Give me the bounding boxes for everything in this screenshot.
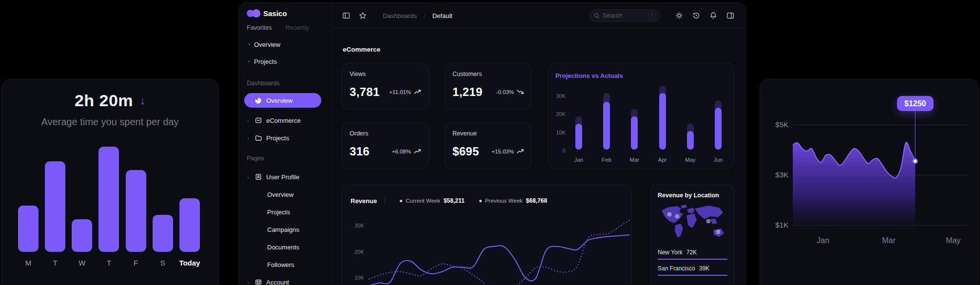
bar[interactable]	[153, 215, 173, 252]
sidebar-item-projects-favorite[interactable]: Projects	[239, 55, 332, 68]
breadcrumb-current[interactable]: Default	[432, 12, 452, 19]
actual-bar[interactable]	[603, 102, 610, 150]
right-panel-toggle-icon[interactable]	[726, 11, 735, 20]
breadcrumb-separator: /	[424, 12, 426, 19]
weekly-bar-column: W	[71, 142, 93, 267]
logo-icon	[247, 9, 259, 18]
sidebar-item-account[interactable]: › Account	[239, 276, 332, 285]
bar-group-mar	[631, 63, 638, 150]
y-tick-label: 30K	[548, 93, 566, 99]
y-tick-label: 10K	[354, 275, 369, 281]
breadcrumb: Dashboards / Default	[383, 12, 452, 19]
sidebar-item-label: Projects	[267, 209, 290, 216]
x-tick-label: Jun	[711, 157, 725, 163]
sidebar-subitem-overview[interactable]: Overview	[239, 188, 332, 201]
bar[interactable]	[98, 147, 119, 252]
actual-bar[interactable]	[631, 116, 638, 150]
weekly-bar-column: M	[17, 142, 39, 267]
actual-bar[interactable]	[687, 131, 694, 150]
x-tick-label: May	[946, 236, 960, 245]
average-time-header: 2h 20m ↓	[1, 91, 218, 110]
stat-value: 316	[350, 145, 370, 158]
previous-week-line	[369, 220, 629, 285]
bar[interactable]	[72, 219, 92, 252]
sidebar-item-projects[interactable]: › Projects	[239, 132, 332, 144]
sidebar-item-label: Documents	[267, 244, 299, 251]
x-tick-label: T	[107, 259, 111, 267]
search-input[interactable]	[603, 12, 646, 19]
pie-chart-icon	[255, 97, 262, 104]
history-icon[interactable]	[692, 11, 701, 20]
stat-card-revenue: Revenue $695 +15.03%	[444, 122, 532, 169]
actual-bar[interactable]	[715, 108, 722, 150]
data-point-marker[interactable]	[913, 159, 918, 163]
sidebar-item-overview-favorite[interactable]: Overview	[239, 38, 332, 51]
bar[interactable]	[126, 170, 146, 252]
sidebar-item-label: Account	[266, 279, 289, 285]
current-week-line	[369, 235, 629, 285]
weekly-bar-column: T	[44, 142, 66, 267]
actual-bar[interactable]	[575, 124, 582, 150]
theme-sun-icon[interactable]	[675, 11, 684, 20]
id-card-icon	[255, 279, 262, 285]
trend-up-icon	[414, 149, 421, 155]
bar[interactable]	[45, 161, 65, 252]
sidebar-subitem-campaigns[interactable]: Campaigns	[239, 223, 332, 236]
bar-group-apr	[659, 63, 666, 150]
bullet-icon	[248, 60, 250, 62]
stat-delta-text: +11.01%	[389, 89, 411, 95]
dashboard-app-window: Sasico Favorites Recently Overview Proje…	[238, 2, 746, 285]
sidebar-item-label: eCommerce	[266, 117, 301, 124]
header-left: Dashboards / Default	[342, 3, 452, 28]
stat-value: 3,781	[350, 85, 380, 99]
sidebar-item-overview-selected[interactable]: Overview	[244, 93, 321, 108]
stat-value: $695	[452, 145, 479, 158]
x-tick-label: S	[160, 259, 165, 267]
location-bar	[658, 275, 727, 276]
logo-text: Sasico	[263, 9, 287, 18]
breadcrumb-dashboards[interactable]: Dashboards	[383, 12, 417, 19]
sidebar-subitem-documents[interactable]: Documents	[239, 241, 332, 253]
stat-delta-text: +15.03%	[491, 149, 514, 154]
location-name: New York	[658, 249, 683, 256]
bullet-icon	[248, 43, 250, 45]
revenue-line-chart[interactable]	[342, 185, 632, 285]
down-arrow-icon: ↓	[140, 95, 145, 106]
tab-favorites[interactable]: Favorites	[247, 24, 272, 31]
y-tick-label: 0	[548, 148, 566, 153]
actual-bar[interactable]	[659, 93, 666, 150]
star-icon[interactable]	[358, 11, 367, 20]
shopping-box-icon	[255, 117, 262, 124]
sidebar-toggle-icon[interactable]	[342, 11, 351, 20]
stat-card-customers: Customers 1,219 -0.03%	[444, 63, 532, 110]
stat-delta: +11.01%	[389, 89, 421, 95]
sidebar-tabs: Favorites Recently	[247, 24, 309, 31]
revenue-chart-card: Revenue Current Week $58,211 Previous We…	[341, 185, 632, 285]
bell-icon[interactable]	[709, 11, 718, 20]
search-box[interactable]: /	[589, 9, 661, 22]
world-map	[658, 203, 729, 244]
y-tick-label: 20K	[548, 111, 566, 117]
bar[interactable]	[179, 198, 200, 252]
sidebar: Sasico Favorites Recently Overview Proje…	[239, 3, 333, 285]
trend-up-icon	[517, 149, 524, 155]
balance-area-chart[interactable]	[760, 79, 979, 285]
sidebar-subitem-followers[interactable]: Followers	[239, 258, 332, 271]
app-logo[interactable]: Sasico	[247, 9, 287, 18]
x-axis: JanFebMarAprMayJun	[575, 157, 722, 163]
trend-up-icon	[414, 89, 421, 95]
stat-delta: +15.03%	[491, 149, 524, 155]
x-tick-label: T	[53, 259, 58, 267]
sidebar-item-user-profile[interactable]: › User Profile	[239, 171, 332, 183]
sidebar-item-ecommerce[interactable]: › eCommerce	[239, 114, 332, 127]
tab-recently[interactable]: Recently	[285, 24, 309, 31]
chart-title: Revenue by Location	[658, 192, 727, 199]
sidebar-subitem-projects[interactable]: Projects	[239, 206, 332, 218]
x-tick-label: Feb	[599, 157, 614, 163]
bar[interactable]	[18, 206, 39, 252]
sidebar-item-label: Projects	[254, 58, 277, 65]
average-time-card: 2h 20m ↓ Average time you spent per day …	[1, 79, 219, 285]
page-title: eCommerce	[343, 46, 380, 53]
chevron-right-icon: ›	[245, 134, 252, 142]
location-bar	[658, 259, 727, 260]
